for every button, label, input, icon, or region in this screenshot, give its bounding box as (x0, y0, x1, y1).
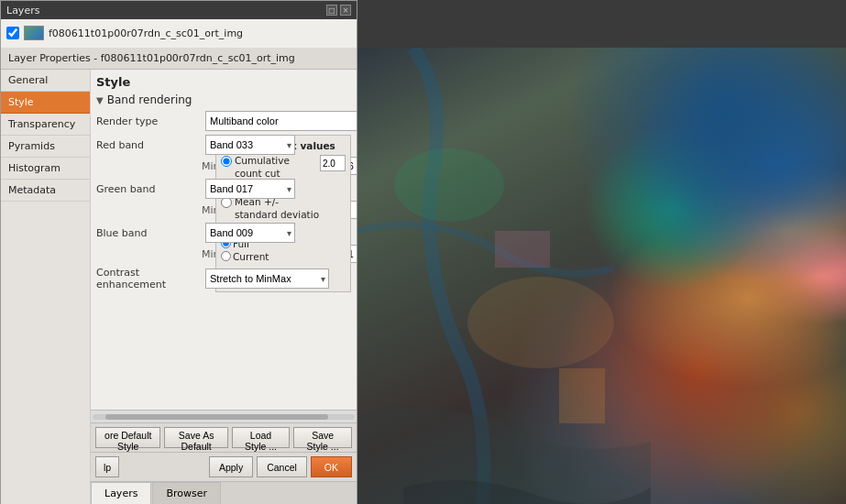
contrast-select-wrapper[interactable]: Stretch to MinMax ▾ (205, 268, 329, 289)
properties-title: Layer Properties - f080611t01p00r07rdn_c… (1, 48, 357, 70)
sidebar-item-histogram[interactable]: Histogram (1, 158, 90, 180)
tab-layers[interactable]: Layers (91, 482, 151, 504)
cancel-button[interactable]: Cancel (257, 456, 307, 477)
sidebar-item-style[interactable]: Style (1, 92, 90, 114)
green-band-select[interactable]: Band 017 (205, 179, 295, 199)
blue-band-label: Blue band (96, 227, 202, 239)
band-rendering-label: Band rendering (107, 93, 192, 106)
restore-button[interactable]: □ (326, 5, 337, 16)
svg-point-1 (394, 148, 504, 222)
svg-rect-2 (495, 231, 550, 268)
style-scroll-area: Style ▼ Band rendering Render type (91, 70, 357, 410)
render-type-select[interactable]: Multiband color (205, 111, 357, 131)
svg-point-0 (467, 277, 614, 368)
properties-panel: Layer Properties - f080611t01p00r07rdn_c… (0, 48, 357, 504)
render-type-select-wrapper[interactable]: Multiband color ▾ (205, 111, 357, 131)
store-default-button[interactable]: ore Default Style (95, 427, 160, 448)
tab-bar: Layers Browser (91, 481, 357, 504)
layers-title: Layers (6, 5, 39, 16)
layers-titlebar: Layers □ × (1, 1, 357, 19)
save-style-button[interactable]: Save Style ... (293, 427, 352, 448)
red-band-select[interactable]: Band 033 (205, 135, 295, 155)
sidebar-item-transparency[interactable]: Transparency (1, 114, 90, 136)
cumulative-radio[interactable] (221, 156, 232, 167)
layer-row[interactable]: f080611t01p00r07rdn_c_sc01_ort_img (1, 19, 357, 47)
apply-button[interactable]: Apply (209, 456, 253, 477)
red-band-select-wrapper[interactable]: Band 033 ▾ (205, 135, 295, 155)
current-radio[interactable] (221, 251, 231, 261)
svg-rect-3 (559, 368, 605, 423)
layers-panel: Layers □ × f080611t01p00r07rdn_c_sc01_or… (0, 0, 357, 48)
ok-button[interactable]: OK (311, 456, 352, 477)
layer-icon (24, 26, 44, 40)
map-area (357, 48, 846, 504)
bottom-buttons-row: ore Default Style Save As Default Load S… (91, 422, 357, 452)
green-band-label: Green band (96, 183, 202, 195)
sidebar-item-pyramids[interactable]: Pyramids (1, 136, 90, 158)
cumulative-label: Cumulativecount cut (235, 155, 318, 180)
sidebar-item-metadata[interactable]: Metadata (1, 180, 90, 202)
green-band-select-wrapper[interactable]: Band 017 ▾ (205, 179, 295, 199)
horizontal-scrollbar[interactable] (91, 410, 357, 422)
current-label: Current (233, 251, 269, 262)
contrast-select[interactable]: Stretch to MinMax (205, 268, 329, 289)
satellite-image (357, 48, 846, 504)
contrast-label: Contrastenhancement (96, 267, 202, 290)
mean-label: Mean +/-standard deviatio (235, 196, 319, 221)
red-band-label: Red band (96, 139, 202, 151)
mean-radio[interactable] (221, 197, 232, 208)
blue-band-select[interactable]: Band 009 (205, 223, 295, 243)
blue-band-select-wrapper[interactable]: Band 009 ▾ (205, 223, 295, 243)
close-button[interactable]: × (340, 5, 351, 16)
sidebar-item-general[interactable]: General (1, 70, 90, 92)
band-rows: Red band Band 033 ▾ Min/ma (96, 135, 210, 292)
layer-visible-checkbox[interactable] (6, 27, 19, 39)
layer-name: f080611t01p00r07rdn_c_sc01_ort_img (49, 27, 243, 39)
cumulative-value-input[interactable] (320, 155, 346, 171)
render-type-label: Render type (96, 115, 202, 127)
sidebar-nav: General Style Transparency Pyramids Hist… (1, 70, 91, 504)
style-panel: Style ▼ Band rendering Render type (91, 70, 357, 504)
help-button[interactable]: lp (95, 456, 119, 477)
action-buttons-row: lp Apply Cancel OK (91, 452, 357, 481)
save-as-default-button[interactable]: Save As Default (164, 427, 227, 448)
tab-browser[interactable]: Browser (152, 482, 221, 504)
band-rendering-header[interactable]: ▼ Band rendering (96, 93, 351, 106)
collapse-arrow-icon: ▼ (96, 95, 104, 105)
load-style-button[interactable]: Load Style ... (232, 427, 290, 448)
style-header: Style (96, 75, 351, 89)
